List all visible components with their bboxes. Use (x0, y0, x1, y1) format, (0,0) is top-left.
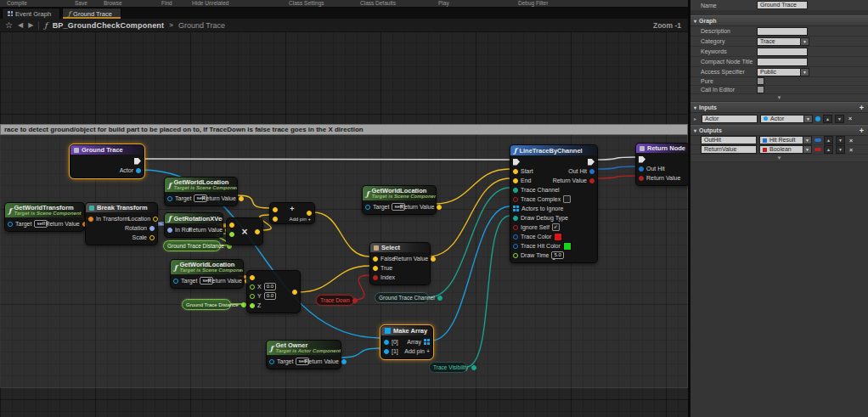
pin-pin[interactable] (639, 156, 645, 163)
scale-pin[interactable] (149, 235, 155, 240)
output-type-dropdown[interactable]: Boolean ▼ (759, 145, 812, 154)
pin-pin[interactable] (250, 275, 255, 280)
node-select[interactable]: SelectFalseReturn ValueTrueIndex (369, 242, 431, 285)
breadcrumb-root[interactable]: BP_GroundCheckComponent (53, 21, 165, 30)
pill-ground-trace-channel[interactable]: Ground Trace Channel (375, 292, 429, 303)
node-break-transform[interactable]: Break TransformIn TransformLocationRotat… (85, 202, 158, 245)
back-arrow-icon[interactable]: ◀ (18, 21, 23, 29)
description-input[interactable] (757, 27, 808, 36)
node-multiply[interactable]: × (226, 217, 263, 245)
trace-channel-pin[interactable] (513, 188, 518, 193)
pill-trace-down[interactable]: Trace Down (316, 295, 354, 306)
move-down-button[interactable]: ▼ (835, 115, 844, 123)
collapse-node-button[interactable]: ▴ (510, 255, 597, 261)
trace-color-pin[interactable] (513, 234, 518, 239)
graph-section-header[interactable]: ▾ Graph (690, 15, 868, 26)
add-pin-button[interactable]: Add pin + (289, 217, 311, 222)
true-pin[interactable] (373, 266, 378, 271)
pin-pin[interactable] (229, 232, 234, 237)
pin-pin[interactable] (255, 229, 260, 234)
toolbar-browse[interactable]: Browse (104, 0, 122, 6)
toolbar-play[interactable]: Play (438, 0, 449, 6)
move-down-button[interactable]: ▼ (836, 145, 845, 154)
target-pin[interactable] (365, 205, 370, 210)
output-type-dropdown[interactable]: Hit Result ▼ (759, 136, 812, 144)
pin-pin[interactable] (513, 159, 520, 166)
compact-node-title-input[interactable] (757, 58, 808, 66)
start-pin[interactable] (513, 169, 518, 174)
output-name-field[interactable]: OutHit (701, 136, 757, 144)
color-swatch[interactable] (563, 242, 572, 251)
z-pin[interactable] (250, 303, 255, 308)
pin-pin[interactable] (307, 211, 312, 216)
blueprint-graph-canvas[interactable]: ☆ ◀ ▶ ƒ BP_GroundCheckComponent > Ground… (0, 19, 688, 417)
pin-value-field[interactable]: 0.0 (264, 283, 276, 290)
breadcrumb-current[interactable]: Ground Trace (178, 21, 225, 30)
trace-complex-pin[interactable] (513, 197, 518, 202)
node-make-array[interactable]: Make Array[0]Array[1]Add pin + (380, 325, 433, 359)
target-pin[interactable] (8, 222, 13, 227)
inputs-section-header[interactable]: ▾ Inputs + (690, 102, 868, 113)
pin-pin[interactable] (229, 223, 234, 228)
keywords-input[interactable] (757, 48, 808, 56)
access-specifier-dropdown[interactable]: Public ▼ (757, 68, 809, 76)
pill-ground-trace-distance-1[interactable]: Ground Trace Distance (163, 240, 221, 251)
out-hit-pin[interactable] (639, 166, 644, 172)
index-pin[interactable] (373, 275, 378, 280)
output-name-field[interactable]: ReturnValue (701, 145, 757, 154)
expander-icon[interactable]: ▸ (694, 116, 699, 121)
pin-pin[interactable] (352, 298, 358, 303)
node-get-world-transform[interactable]: ƒGetWorldTransformTarget is Scene Compon… (4, 202, 85, 232)
move-down-button[interactable]: ▼ (836, 136, 845, 144)
pin-checkbox[interactable] (563, 195, 571, 203)
tab-event-graph[interactable]: Event Graph (2, 8, 60, 19)
trace-hit-color-pin[interactable] (513, 244, 518, 249)
pin-pin[interactable] (241, 302, 246, 307)
node-get-world-location-1[interactable]: ƒGetWorldLocationTarget is Scene Compone… (164, 177, 238, 206)
name-input[interactable]: Ground Trace (757, 1, 808, 9)
node-return-node[interactable]: Return NodeOut HitReturn Value (635, 143, 688, 186)
return-value-pin[interactable] (589, 178, 595, 183)
ignore-self-pin[interactable] (513, 225, 518, 230)
node-ground-trace[interactable]: Ground TraceActor (70, 144, 144, 178)
rotation-pin[interactable] (149, 226, 155, 231)
pure-checkbox[interactable] (757, 77, 764, 85)
pin-value-field[interactable]: 0.0 (264, 292, 276, 300)
out-hit-pin[interactable] (589, 169, 595, 174)
return-value-pin[interactable] (239, 196, 244, 201)
pin-pin[interactable] (273, 207, 278, 212)
pin-pin[interactable] (471, 365, 476, 370)
false-pin[interactable] (373, 256, 378, 262)
advanced-expander[interactable]: ▼ (690, 94, 868, 102)
advanced-expander[interactable]: ▼ (690, 155, 868, 162)
in-transform-pin[interactable] (88, 217, 93, 222)
target-pin[interactable] (269, 359, 274, 364)
return-value-pin[interactable] (431, 256, 436, 262)
pin-pin[interactable] (437, 296, 442, 301)
add-output-button[interactable]: + (860, 127, 864, 135)
move-up-button[interactable]: ▲ (823, 115, 832, 123)
toolbar-class-defaults[interactable]: Class Defaults (360, 0, 396, 6)
pin-pin[interactable] (292, 290, 297, 295)
actor-pin[interactable] (136, 168, 141, 173)
category-dropdown[interactable]: Trace ▼ (757, 37, 809, 46)
node-get-rotation-x-vector[interactable]: ƒGetRotationXVectorIn RotReturn Value (164, 212, 223, 238)
comment-title[interactable]: race to detect ground/object for build p… (0, 124, 688, 135)
x-pin[interactable] (250, 285, 255, 290)
pin-pin[interactable] (273, 217, 278, 222)
toolbar-class-settings[interactable]: Class Settings (289, 0, 324, 6)
actors-to-ignore-pin[interactable] (513, 206, 519, 211)
return-value-pin[interactable] (341, 359, 347, 364)
draw-debug-type-pin[interactable] (513, 216, 518, 221)
end-pin[interactable] (513, 178, 518, 183)
toolbar-find[interactable]: Find (161, 0, 172, 6)
node-get-owner[interactable]: ƒGet OwnerTarget is Actor ComponentTarge… (266, 340, 341, 369)
node-make-vector[interactable]: X0.0Y0.0Z (246, 270, 301, 313)
target-pin[interactable] (167, 196, 172, 201)
node-line-trace-by-channel[interactable]: ƒLineTraceByChannelStartOut HitEndReturn… (510, 144, 598, 263)
pill-trace-visibility[interactable]: Trace Visibility (429, 362, 467, 373)
remove-button[interactable]: × (849, 147, 853, 153)
tab-ground-trace[interactable]: ƒ Ground Trace (62, 8, 121, 19)
pin-pin[interactable] (588, 159, 595, 166)
outputs-section-header[interactable]: ▾ Outputs + (690, 125, 868, 136)
